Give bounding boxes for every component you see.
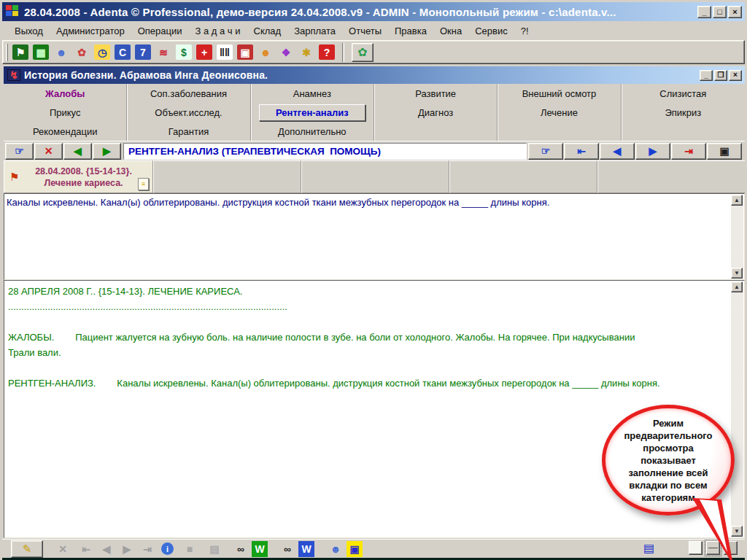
toolbar-separator	[342, 43, 344, 62]
post-entry-button[interactable]: ☞	[5, 143, 34, 160]
category-tab[interactable]: Рекомендации	[4, 122, 127, 141]
next-template-button[interactable]: ▶	[93, 143, 121, 160]
delete-cross-icon[interactable]: ✕	[55, 541, 71, 557]
stop-icon[interactable]: ■	[182, 541, 198, 557]
category-tab[interactable]	[498, 122, 621, 141]
preview-scrollbar[interactable]: ▲ ▼	[731, 281, 743, 537]
category-tab[interactable]: Прикус	[4, 103, 127, 122]
word-export-green-icon[interactable]: W	[252, 541, 268, 557]
menu-item[interactable]: Администратор	[50, 24, 131, 38]
menu-item[interactable]: Операции	[131, 24, 189, 38]
sort-stripes-icon[interactable]: ≋	[155, 44, 171, 60]
printer-icon[interactable]: ▤	[206, 541, 222, 557]
save-record-button[interactable]: ▣	[707, 143, 742, 160]
next-record-icon[interactable]: ▶	[119, 541, 135, 557]
preview-pane[interactable]: 28 АПРЕЛЯ 2008 Г.. {15-14-13}. ЛЕЧЕНИЕ К…	[4, 280, 745, 538]
scroll-up-icon[interactable]: ▲	[731, 281, 743, 292]
maximize-button[interactable]: □	[713, 6, 727, 18]
entry-scrollbar[interactable]: ▲ ▼	[731, 195, 743, 279]
child-minimize-button[interactable]: _	[700, 70, 713, 81]
menu-item[interactable]: З а д а ч и	[189, 24, 247, 38]
first-aid-icon[interactable]: +	[196, 44, 212, 60]
settings-gear-icon[interactable]: ✱	[298, 44, 314, 60]
scroll-up-icon[interactable]: ▲	[731, 195, 743, 206]
record-tab[interactable]: ⚑ 28.04.2008. {15-14-13}. Лечение кариес…	[4, 160, 153, 193]
record-tab-empty[interactable]	[449, 160, 597, 193]
calendar-7-icon[interactable]: 7	[135, 44, 151, 60]
view-mode-filled-button[interactable]	[724, 541, 738, 555]
category-tab[interactable]	[374, 122, 498, 141]
note-icon: ≡	[138, 178, 149, 190]
menu-item[interactable]: Выход	[8, 24, 50, 38]
category-tab[interactable]: Анамнез	[251, 84, 374, 103]
save-window-icon[interactable]: ▣	[347, 541, 363, 557]
menu-item[interactable]: Правка	[388, 24, 433, 38]
help-book-icon[interactable]: ?	[319, 44, 335, 60]
cash-register-icon[interactable]: ▣	[237, 44, 253, 60]
find-word-all-icon[interactable]: ∞	[279, 541, 295, 557]
word-export-blue-icon[interactable]: W	[298, 541, 314, 557]
category-tab[interactable]: Объект.исслед.	[127, 103, 250, 122]
category-tab[interactable]: Рентген-анализ	[251, 103, 374, 122]
menu-item[interactable]: Сервис	[468, 24, 514, 38]
scroll-down-icon[interactable]: ▼	[731, 268, 743, 279]
entry-textarea[interactable]: Каналы искревлены. Канал(ы) облитерирова…	[4, 193, 745, 280]
menu-bar: ВыходАдминистраторОперацииЗ а д а ч иСкл…	[2, 23, 745, 39]
palette-icon[interactable]: ❖	[278, 44, 294, 60]
patients-blue-icon[interactable]: ☻	[328, 541, 344, 557]
view-mode-normal-button[interactable]	[689, 541, 703, 555]
record-tab-empty[interactable]	[597, 160, 745, 193]
category-tab[interactable]: Диагноз	[374, 103, 498, 122]
prev-record-button[interactable]: ◀	[600, 143, 635, 160]
category-tab[interactable]: Внешний осмотр	[498, 84, 621, 103]
category-tab[interactable]: Жалобы	[4, 84, 127, 103]
barcode-icon[interactable]: ‖‖	[217, 44, 233, 60]
prev-template-button[interactable]: ◀	[63, 143, 92, 160]
minimize-button[interactable]: _	[697, 6, 711, 18]
green-grid-icon[interactable]: ▦	[33, 44, 49, 60]
preview-mode-toggle[interactable]	[706, 541, 720, 555]
menu-item[interactable]: ?!	[514, 24, 535, 38]
edit-note-icon[interactable]: ✎	[11, 540, 43, 558]
post-record-button[interactable]: ☞	[528, 143, 563, 160]
category-tab[interactable]	[622, 122, 745, 141]
preview-line	[8, 314, 727, 330]
last-record-icon[interactable]: ⇥	[139, 541, 155, 557]
schedule-clock-icon[interactable]: ◷	[94, 44, 110, 60]
menu-item[interactable]: Окна	[433, 24, 468, 38]
prev-record-icon[interactable]: ◀	[98, 541, 115, 557]
record-tab-strip: ⚑ 28.04.2008. {15-14-13}. Лечение кариес…	[4, 160, 745, 193]
balloons-icon[interactable]: ✿	[74, 44, 90, 60]
category-tab[interactable]: Развитие	[374, 84, 498, 103]
toolbar-grip[interactable]	[6, 44, 8, 61]
record-tab-empty[interactable]	[301, 160, 449, 193]
close-button[interactable]: ×	[728, 6, 742, 18]
first-record-icon[interactable]: ⇤	[78, 541, 94, 557]
first-record-button[interactable]: ⇤	[564, 143, 599, 160]
scroll-down-icon[interactable]: ▼	[731, 526, 743, 537]
last-record-button[interactable]: ⇥	[671, 143, 706, 160]
calendar-c-icon[interactable]: C	[115, 44, 131, 60]
patients-icon[interactable]: ☻	[53, 44, 69, 60]
menu-item[interactable]: Отчеты	[342, 24, 388, 38]
find-word-icon[interactable]: ∞	[233, 541, 249, 557]
menu-item[interactable]: Зарплата	[287, 24, 342, 38]
category-tab[interactable]: Эпикриз	[622, 103, 745, 122]
category-tab[interactable]: Слизистая	[622, 84, 745, 103]
money-icon[interactable]: $	[176, 44, 192, 60]
category-tab[interactable]: Лечение	[498, 103, 621, 122]
preview-pages-icon[interactable]: ▤	[643, 541, 654, 555]
child-close-button[interactable]: ×	[729, 70, 742, 81]
flower-icon[interactable]: ✿	[352, 43, 374, 62]
planner-board-icon[interactable]: ⚑	[12, 44, 28, 60]
next-record-button[interactable]: ▶	[635, 143, 670, 160]
category-tab[interactable]: Дополнительно	[251, 122, 374, 141]
menu-item[interactable]: Склад	[247, 24, 288, 38]
child-restore-button[interactable]: ❐	[714, 70, 727, 81]
category-tab[interactable]: Соп.заболевания	[127, 84, 250, 103]
staff-icon[interactable]: ☻	[258, 44, 274, 60]
cancel-entry-button[interactable]: ✕	[34, 143, 63, 160]
category-tab[interactable]: Гарантия	[127, 122, 250, 141]
info-icon[interactable]: i	[161, 542, 174, 555]
record-tab-empty[interactable]	[153, 160, 301, 193]
